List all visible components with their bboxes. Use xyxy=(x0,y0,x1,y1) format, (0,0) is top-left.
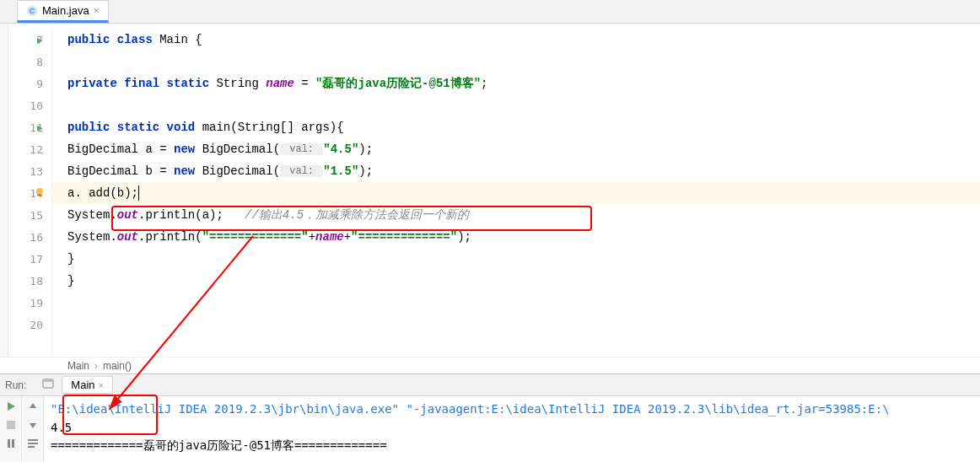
gutter-line[interactable]: 11▶ xyxy=(8,116,51,138)
run-marker-icon[interactable]: ▶ xyxy=(37,35,43,46)
gutter-line[interactable]: 14 xyxy=(8,182,51,204)
svg-text:C: C xyxy=(30,7,35,15)
svg-rect-9 xyxy=(12,439,14,448)
gutter-line[interactable]: 12 xyxy=(8,138,51,160)
code-line: a. add(b); xyxy=(52,182,980,204)
scroll-up-icon[interactable] xyxy=(26,400,40,413)
code-line xyxy=(52,314,980,336)
code-line xyxy=(52,94,980,116)
output-line: =============磊哥的java历险记-@51博客===========… xyxy=(51,438,387,454)
svg-point-2 xyxy=(36,188,43,195)
gutter-line[interactable]: 16 xyxy=(8,226,51,248)
svg-rect-7 xyxy=(7,421,15,429)
console-output[interactable]: "E:\idea\IntelliJ IDEA 2019.2.3\jbr\bin\… xyxy=(44,396,980,462)
close-icon[interactable]: × xyxy=(99,380,104,390)
run-marker-icon[interactable]: ▶ xyxy=(37,122,43,133)
code-line xyxy=(52,292,980,314)
scroll-down-icon[interactable] xyxy=(26,418,40,432)
run-toolbar-left xyxy=(0,396,22,462)
svg-marker-6 xyxy=(8,402,15,411)
run-header: Run: Main × xyxy=(0,374,980,396)
breadcrumb-item[interactable]: Main xyxy=(67,360,89,372)
output-line: 4.5 xyxy=(51,421,72,434)
code-area[interactable]: public class Main { private final static… xyxy=(52,24,980,357)
command-line: "E:\idea\IntelliJ IDEA 2019.2.3\jbr\bin\… xyxy=(51,402,890,416)
run-config-icon[interactable] xyxy=(41,377,55,393)
code-line: System.out.println(a); //输出4.5，加减乘除方法会返回… xyxy=(52,204,980,226)
tab-filename: Main.java xyxy=(42,4,89,17)
gutter-line[interactable]: 19 xyxy=(8,292,51,314)
svg-rect-10 xyxy=(28,439,38,441)
svg-rect-12 xyxy=(28,446,35,448)
run-panel: Run: Main × "E:\idea\IntelliJ IDEA 2019.… xyxy=(0,373,980,462)
file-tab[interactable]: C Main.java × xyxy=(17,0,109,23)
gutter-line[interactable]: 13 xyxy=(8,160,51,182)
gutter-line[interactable]: 10 xyxy=(8,94,51,116)
run-label: Run: xyxy=(5,379,26,391)
editor-tab-bar: C Main.java × xyxy=(0,0,980,24)
close-icon[interactable]: × xyxy=(94,5,100,17)
breadcrumb-bar: Main › main() xyxy=(0,357,980,373)
svg-rect-3 xyxy=(38,194,41,196)
code-line: } xyxy=(52,270,980,292)
gutter-line[interactable]: 15 xyxy=(8,204,51,226)
svg-rect-11 xyxy=(28,443,38,444)
gutter-line[interactable]: 17 xyxy=(8,248,51,270)
breadcrumb-item[interactable]: main() xyxy=(103,360,132,372)
left-strip xyxy=(0,24,8,357)
gutter-line[interactable]: 18 xyxy=(8,270,51,292)
svg-rect-8 xyxy=(8,439,10,448)
code-line: private final static String name = "磊哥的j… xyxy=(52,73,980,94)
code-line: } xyxy=(52,248,980,270)
code-line: BigDecimal b = new BigDecimal( val: "1.5… xyxy=(52,160,980,182)
run-tab[interactable]: Main × xyxy=(62,376,113,394)
java-class-icon: C xyxy=(26,5,38,17)
rerun-icon[interactable] xyxy=(4,400,18,413)
code-line: public static void main(String[] args){ xyxy=(52,116,980,138)
code-editor: 7▶ 8 9 10 11▶ 12 13 14 15 16 17 18 19 20… xyxy=(0,24,980,357)
stop-icon[interactable] xyxy=(4,418,18,432)
gutter-line[interactable]: 9 xyxy=(8,73,51,94)
gutter: 7▶ 8 9 10 11▶ 12 13 14 15 16 17 18 19 20 xyxy=(8,24,52,357)
gutter-line[interactable]: 8 xyxy=(8,51,51,73)
pause-icon[interactable] xyxy=(4,437,18,450)
code-line: System.out.println("============="+name+… xyxy=(52,226,980,248)
run-toolbar-left2 xyxy=(22,396,44,462)
code-line: public class Main { xyxy=(52,29,980,51)
code-line xyxy=(52,51,980,73)
text-cursor xyxy=(138,185,139,201)
svg-rect-5 xyxy=(43,379,53,382)
lightbulb-icon[interactable] xyxy=(34,186,46,201)
soft-wrap-icon[interactable] xyxy=(26,437,40,450)
code-line: BigDecimal a = new BigDecimal( val: "4.5… xyxy=(52,138,980,160)
chevron-right-icon: › xyxy=(94,360,98,372)
gutter-line[interactable]: 20 xyxy=(8,314,51,336)
gutter-line[interactable]: 7▶ xyxy=(8,29,51,51)
